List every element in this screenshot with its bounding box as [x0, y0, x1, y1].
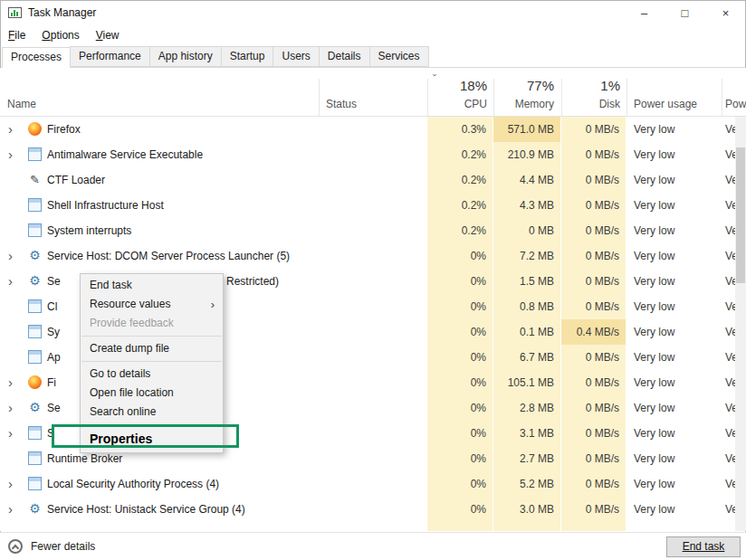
- power-trend-cell: Ve: [722, 370, 736, 395]
- app-icon: [28, 350, 42, 364]
- menu-view[interactable]: View: [96, 29, 120, 42]
- disk-cell: 0 MB/s: [561, 167, 626, 193]
- process-name: Fi: [47, 370, 56, 395]
- memory-cell: 2.8 MB: [493, 395, 560, 421]
- process-name: Firefox: [47, 117, 81, 142]
- memory-cell: 3.0 MB: [493, 497, 560, 522]
- tab-bar: ProcessesPerformanceApp historyStartupUs…: [0, 45, 746, 68]
- column-divider: [319, 79, 320, 116]
- disk-cell: 0 MB/s: [561, 395, 626, 421]
- power-usage-cell: Very low: [626, 294, 717, 319]
- menu-item-end-task[interactable]: End task: [81, 276, 223, 295]
- cpu-cell: 0%: [427, 370, 493, 395]
- memory-cell: 3.1 MB: [493, 421, 560, 446]
- disk-cell: 0 MB/s: [561, 471, 626, 497]
- collapse-details-icon[interactable]: [8, 539, 23, 554]
- process-row[interactable]: Service Host: Unistack Service Group (4)…: [0, 497, 746, 522]
- process-name: Shell Infrastructure Host: [47, 193, 164, 218]
- process-name: Sy: [47, 319, 60, 345]
- cpu-cell: 0%: [427, 395, 493, 421]
- expand-chevron-icon[interactable]: [8, 243, 19, 269]
- process-row[interactable]: Service Host: DCOM Server Process Launch…: [0, 243, 746, 269]
- expand-chevron-icon[interactable]: [8, 497, 19, 522]
- menu-item-resource-values[interactable]: Resource values: [81, 295, 223, 314]
- app-icon: [28, 325, 42, 338]
- tab-startup[interactable]: Startup: [221, 46, 274, 67]
- process-row[interactable]: Shell Infrastructure Host0.2%4.3 MB0 MB/…: [0, 193, 746, 218]
- memory-cell: 7.2 MB: [493, 243, 560, 269]
- menu-file[interactable]: File: [8, 29, 25, 42]
- tab-users[interactable]: Users: [273, 46, 319, 67]
- power-usage-cell: Very low: [626, 345, 717, 370]
- column-header-cpu[interactable]: CPU: [427, 98, 487, 110]
- cpu-cell: 0%: [427, 471, 493, 497]
- power-trend-cell: Ve: [722, 345, 736, 370]
- firefox-icon: [28, 375, 42, 389]
- title-bar: Task Manager – □ ×: [0, 0, 746, 25]
- column-header-power-trend[interactable]: Pow: [725, 98, 746, 110]
- memory-cell: 0.1 MB: [493, 319, 560, 345]
- menu-item-open-file-location[interactable]: Open file location: [81, 384, 223, 403]
- column-divider: [626, 79, 627, 116]
- cpu-cell: 0%: [427, 497, 493, 522]
- maximize-button[interactable]: □: [665, 0, 705, 25]
- memory-cell: 4.3 MB: [493, 193, 560, 218]
- process-row[interactable]: Antimalware Service Executable0.2%210.9 …: [0, 142, 746, 167]
- disk-cell: 0 MB/s: [561, 497, 626, 522]
- cpu-cell: 0%: [427, 345, 493, 370]
- column-header-memory[interactable]: Memory: [493, 98, 554, 110]
- process-name: Service Host: DCOM Server Process Launch…: [47, 243, 290, 269]
- power-trend-cell: Ve: [722, 142, 736, 167]
- process-row[interactable]: Firefox0.3%571.0 MB0 MB/sVery lowVe: [0, 117, 746, 142]
- chevron-up-icon: [12, 545, 19, 552]
- expand-chevron-icon[interactable]: [8, 370, 19, 395]
- cpu-cell: 0.3%: [427, 117, 493, 142]
- cpu-cell: 0%: [427, 269, 493, 294]
- process-row[interactable]: Local Security Authority Process (4)0%5.…: [0, 471, 746, 497]
- column-header-power-usage[interactable]: Power usage: [634, 98, 697, 110]
- expand-chevron-icon[interactable]: [8, 421, 19, 446]
- scrollbar-thumb[interactable]: [736, 147, 745, 283]
- process-row[interactable]: CTF Loader0.2%4.4 MB0 MB/sVery lowVe: [0, 167, 746, 193]
- expand-chevron-icon[interactable]: [8, 471, 19, 497]
- power-usage-cell: Very low: [626, 421, 717, 446]
- tab-app-history[interactable]: App history: [149, 46, 222, 67]
- minimize-button[interactable]: –: [624, 0, 665, 25]
- disk-cell: 0 MB/s: [561, 193, 626, 218]
- firefox-icon: [28, 122, 42, 136]
- app-icon: [28, 223, 42, 237]
- power-trend-cell: Ve: [722, 117, 736, 142]
- app-icon: [28, 147, 42, 161]
- expand-chevron-icon[interactable]: [8, 269, 19, 294]
- column-header-status[interactable]: Status: [326, 98, 357, 110]
- column-header-name[interactable]: Name: [7, 98, 36, 110]
- process-name: Se: [47, 269, 61, 294]
- process-row[interactable]: System interrupts0.2%0 MB0 MB/sVery lowV…: [0, 218, 746, 243]
- end-task-button[interactable]: End task: [666, 536, 741, 557]
- cpu-cell: 0%: [427, 294, 493, 319]
- menu-options[interactable]: Options: [42, 29, 79, 42]
- close-button[interactable]: ×: [705, 0, 746, 25]
- expand-chevron-icon[interactable]: [8, 142, 19, 167]
- vertical-scrollbar[interactable]: [735, 117, 746, 531]
- tab-processes[interactable]: Processes: [2, 47, 71, 68]
- menu-item-go-to-details[interactable]: Go to details: [81, 365, 223, 384]
- column-divider: [722, 79, 722, 116]
- tab-details[interactable]: Details: [319, 46, 370, 67]
- menu-item-create-dump-file[interactable]: Create dump file: [81, 339, 223, 358]
- disk-cell: 0 MB/s: [561, 421, 626, 446]
- annotation-box: [52, 424, 239, 448]
- cpu-cell: 0%: [427, 319, 493, 345]
- end-task-button-label: End task: [683, 540, 725, 553]
- expand-chevron-icon[interactable]: [8, 395, 19, 421]
- tab-performance[interactable]: Performance: [70, 46, 150, 67]
- process-name: Cl: [47, 294, 57, 319]
- power-usage-cell: Very low: [626, 218, 717, 243]
- expand-chevron-icon[interactable]: [8, 117, 19, 142]
- fewer-details-toggle[interactable]: Fewer details: [31, 533, 95, 560]
- power-trend-cell: Ve: [722, 294, 736, 319]
- tab-services[interactable]: Services: [369, 46, 429, 67]
- column-header-disk[interactable]: Disk: [561, 98, 620, 110]
- menu-item-search-online[interactable]: Search online: [81, 403, 223, 422]
- process-name: Se: [47, 395, 61, 421]
